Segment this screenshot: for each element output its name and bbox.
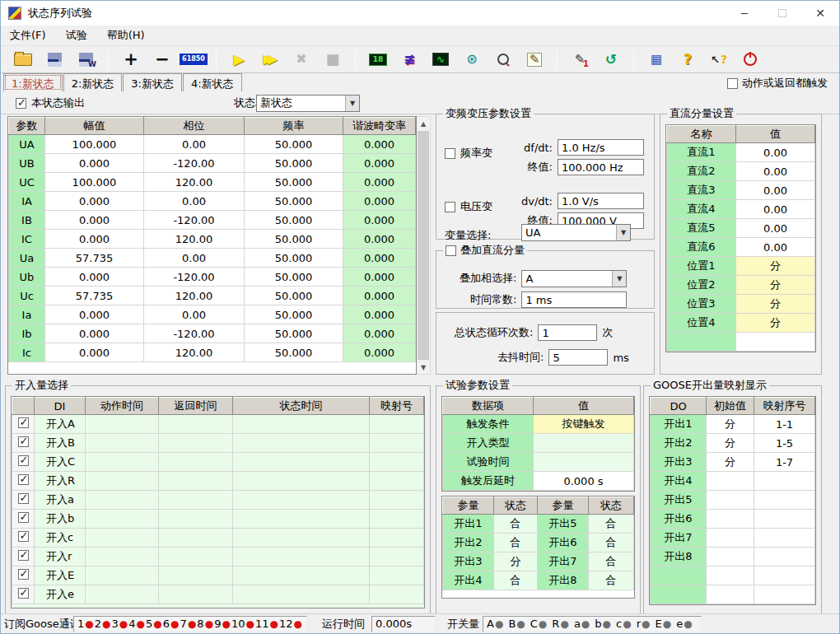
- col-amplitude[interactable]: 幅值: [45, 118, 144, 135]
- save-file-icon[interactable]: [39, 48, 70, 71]
- iec61850-config-icon[interactable]: 61850: [178, 48, 209, 71]
- di-checkbox[interactable]: [18, 436, 29, 447]
- col-frequency[interactable]: 频率: [245, 118, 343, 135]
- chevron-down-icon[interactable]: ▼: [612, 271, 626, 287]
- loop-count-input[interactable]: 1: [538, 324, 597, 341]
- phase-cell[interactable]: 0.00: [144, 249, 245, 268]
- dvdt-input[interactable]: 1.0 V/s: [558, 193, 644, 209]
- scroll-down-icon[interactable]: ▼: [417, 361, 430, 374]
- dc-value-cell[interactable]: 0.00: [736, 181, 815, 200]
- stop-test-icon[interactable]: ■: [317, 48, 348, 71]
- freq-change-checkbox[interactable]: 频率变: [445, 146, 492, 161]
- add-state-icon[interactable]: +: [115, 48, 147, 71]
- col-initial[interactable]: 初始值: [707, 398, 754, 415]
- phase-select-combobox[interactable]: A ▼: [521, 270, 627, 287]
- report-icon[interactable]: ✎: [519, 48, 550, 71]
- maximize-button[interactable]: [763, 1, 801, 26]
- frequency-cell[interactable]: 50.000: [245, 305, 343, 324]
- di-checkbox[interactable]: [18, 531, 29, 542]
- dc-value-cell[interactable]: 分: [736, 314, 815, 333]
- frequency-cell[interactable]: 50.000: [245, 211, 343, 230]
- col-do-state-2[interactable]: 状态: [589, 497, 634, 515]
- dc-value-cell[interactable]: 0.00: [736, 238, 815, 257]
- col-action-time[interactable]: 动作时间: [86, 398, 159, 415]
- goose-map-cell[interactable]: [754, 472, 815, 491]
- goose-map-cell[interactable]: [754, 491, 815, 510]
- col-param[interactable]: 参数: [9, 118, 45, 135]
- col-do-param-1[interactable]: 参量: [443, 497, 494, 515]
- harmonic-icon[interactable]: ≢: [394, 48, 425, 71]
- goose-initial-cell[interactable]: [707, 566, 754, 585]
- fast-forward-icon[interactable]: ▶▶: [254, 48, 286, 71]
- col-do[interactable]: DO: [651, 398, 707, 415]
- dc-value-cell[interactable]: [736, 333, 815, 352]
- phase-cell[interactable]: 120.00: [144, 287, 245, 305]
- dc-value-cell[interactable]: 分: [736, 295, 815, 314]
- scroll-up-icon[interactable]: ▲: [417, 117, 430, 130]
- chevron-down-icon[interactable]: ▼: [616, 225, 630, 240]
- amplitude-cell[interactable]: 0.000: [45, 268, 144, 287]
- thd-cell[interactable]: 0.000: [343, 135, 416, 154]
- phase-cell[interactable]: -120.00: [144, 324, 245, 343]
- do-state-cell[interactable]: 合: [494, 571, 538, 590]
- time-constant-input[interactable]: 1 ms: [521, 291, 627, 308]
- col-mapping[interactable]: 映射号: [370, 398, 424, 415]
- di-checkbox[interactable]: [18, 512, 29, 523]
- frequency-cell[interactable]: 50.000: [245, 192, 343, 211]
- amplitude-cell[interactable]: 100.000: [45, 173, 144, 192]
- calculator-icon[interactable]: ▦: [641, 48, 672, 71]
- undo-icon[interactable]: ↺: [595, 48, 627, 71]
- chevron-down-icon[interactable]: ▼: [345, 96, 359, 111]
- phase-cell[interactable]: -120.00: [144, 211, 245, 230]
- state-output-checkbox[interactable]: 本状态输出: [16, 96, 85, 110]
- amplitude-cell[interactable]: 57.735: [45, 287, 144, 305]
- test-param-value-cell[interactable]: [534, 453, 634, 472]
- do-state-cell[interactable]: 合: [589, 552, 634, 571]
- test-param-value-cell[interactable]: 0.000 s: [534, 472, 634, 491]
- dc-value-cell[interactable]: 0.00: [736, 143, 815, 162]
- test-param-value-cell[interactable]: [534, 434, 634, 453]
- state-tab[interactable]: 1:新状态: [3, 73, 63, 91]
- abort-test-icon[interactable]: ✖: [286, 48, 317, 71]
- col-data-item[interactable]: 数据项: [443, 398, 534, 415]
- menu-file[interactable]: 文件(F): [10, 28, 46, 43]
- debounce-input[interactable]: 5: [548, 349, 608, 366]
- display-values-icon[interactable]: 18: [362, 48, 394, 71]
- state-name-combobox[interactable]: 新状态 ▼: [256, 95, 360, 112]
- frequency-cell[interactable]: 50.000: [245, 287, 343, 305]
- amplitude-cell[interactable]: 0.000: [45, 343, 144, 362]
- frequency-cell[interactable]: 50.000: [245, 230, 343, 249]
- do-state-cell[interactable]: 合: [494, 534, 538, 552]
- goose-map-cell[interactable]: 1-5: [754, 434, 815, 453]
- amplitude-cell[interactable]: 0.000: [45, 154, 144, 173]
- di-checkbox[interactable]: [18, 474, 29, 485]
- di-checkbox[interactable]: [18, 569, 29, 580]
- save-report-icon[interactable]: [70, 48, 101, 71]
- phase-cell[interactable]: -120.00: [144, 154, 245, 173]
- do-state-cell[interactable]: 分: [494, 552, 538, 571]
- phase-cell[interactable]: 120.00: [144, 173, 245, 192]
- goose-map-cell[interactable]: 1-1: [754, 415, 815, 434]
- goose-initial-cell[interactable]: 分: [707, 434, 754, 453]
- volt-change-checkbox[interactable]: 电压变: [445, 199, 492, 214]
- dc-value-cell[interactable]: 分: [736, 276, 815, 295]
- do-state-cell[interactable]: 合: [494, 515, 538, 534]
- goose-map-cell[interactable]: [754, 566, 815, 585]
- di-checkbox[interactable]: [18, 550, 29, 561]
- di-checkbox[interactable]: [18, 588, 29, 599]
- amplitude-cell[interactable]: 57.735: [45, 249, 144, 268]
- frequency-cell[interactable]: 50.000: [245, 268, 343, 287]
- help-icon[interactable]: ?: [672, 48, 703, 71]
- amplitude-cell[interactable]: 0.000: [45, 192, 144, 211]
- col-do-param-2[interactable]: 参量: [538, 497, 589, 515]
- thd-cell[interactable]: 0.000: [343, 268, 416, 287]
- frequency-cell[interactable]: 50.000: [245, 154, 343, 173]
- thd-cell[interactable]: 0.000: [343, 305, 416, 324]
- thd-cell[interactable]: 0.000: [343, 211, 416, 230]
- waveform-view-icon[interactable]: ∿: [425, 48, 456, 71]
- amplitude-cell[interactable]: 100.000: [45, 135, 144, 154]
- goose-map-cell[interactable]: [754, 548, 815, 566]
- amplitude-cell[interactable]: 0.000: [45, 305, 144, 324]
- col-value[interactable]: 值: [534, 398, 634, 415]
- di-checkbox[interactable]: [18, 455, 29, 466]
